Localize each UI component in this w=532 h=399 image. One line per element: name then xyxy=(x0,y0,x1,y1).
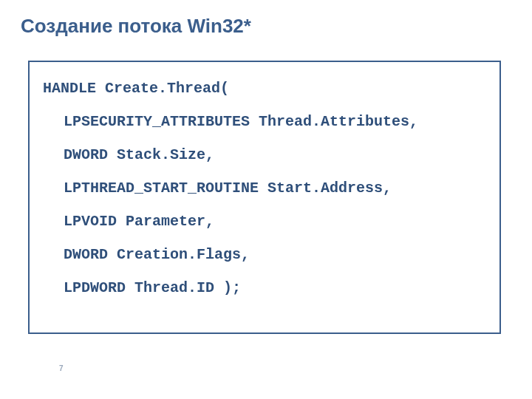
code-line: LPDWORD Thread.ID ); xyxy=(43,279,486,296)
code-box: HANDLE Create.Thread( LPSECURITY_ATTRIBU… xyxy=(28,61,501,334)
code-line: LPSECURITY_ATTRIBUTES Thread.Attributes, xyxy=(43,113,486,130)
code-line: DWORD Stack.Size, xyxy=(43,146,486,163)
code-line: LPTHREAD_START_ROUTINE Start.Address, xyxy=(43,180,486,197)
page-number: 7 xyxy=(59,364,64,372)
code-line: LPVOID Parameter, xyxy=(43,213,486,230)
code-line: HANDLE Create.Thread( xyxy=(43,80,486,97)
slide-title: Создание потока Win32* xyxy=(21,15,251,38)
code-block: HANDLE Create.Thread( LPSECURITY_ATTRIBU… xyxy=(43,80,486,296)
slide: Создание потока Win32* HANDLE Create.Thr… xyxy=(0,0,532,399)
code-line: DWORD Creation.Flags, xyxy=(43,246,486,263)
